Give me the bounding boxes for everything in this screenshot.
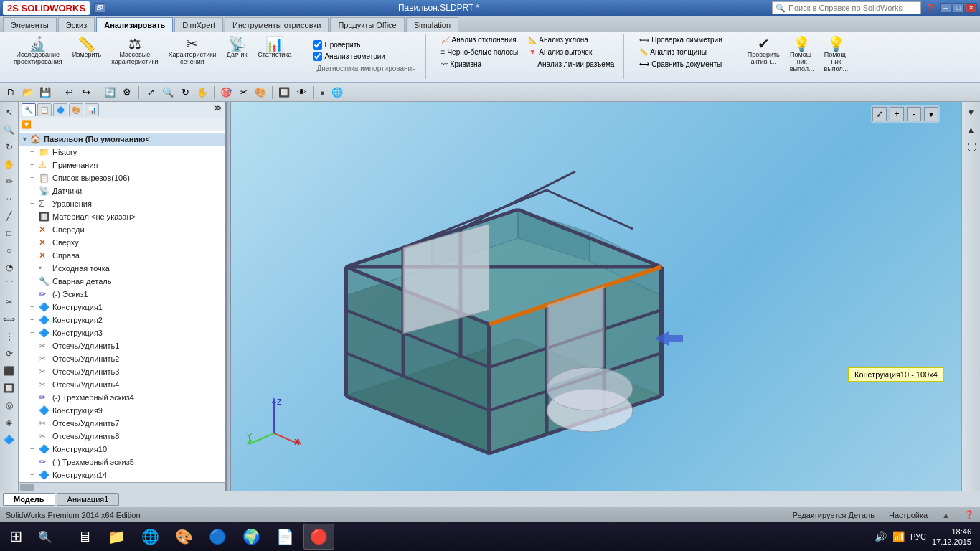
trim2-expand[interactable] <box>30 355 39 362</box>
btn-sensor[interactable]: 📡 Датчик <box>222 34 251 67</box>
lt-rect[interactable]: □ <box>1 225 17 241</box>
lt-trim[interactable]: ✂ <box>1 294 17 310</box>
zoom-out-btn[interactable]: - <box>907 107 921 121</box>
minimize-btn[interactable]: ─ <box>940 3 951 13</box>
constr1-expand[interactable]: + <box>30 303 39 311</box>
check-geometry-input[interactable] <box>313 52 322 61</box>
lt-extrude[interactable]: ⬛ <box>1 363 17 379</box>
trim1-expand[interactable] <box>30 342 39 349</box>
sensors-expand[interactable] <box>30 187 39 194</box>
restore-btn[interactable]: □ <box>953 3 964 13</box>
lt-select[interactable]: ↖ <box>1 105 17 121</box>
btn-check-active[interactable]: ✔ Проверитьактивн... <box>744 34 783 75</box>
root-expand[interactable]: ▼ <box>22 136 30 143</box>
tree-item-origin[interactable]: • Исходная точка <box>19 262 225 275</box>
rp-btn1[interactable]: ▼ <box>963 105 979 121</box>
tree-item-cutlist[interactable]: + 📋 Список вырезов(106) <box>19 171 225 184</box>
zoom-in-btn[interactable]: + <box>890 107 904 121</box>
tb-zoom-fit[interactable]: ⤢ <box>143 85 159 100</box>
check-verify[interactable]: Проверить <box>313 40 360 50</box>
tab-analyze[interactable]: Анализировать <box>96 17 173 32</box>
tree-item-sketch1[interactable]: ✏ (-) Эскиз1 <box>19 288 225 301</box>
help-icon[interactable]: ❓ <box>925 4 936 13</box>
taskbar-files[interactable]: 📁 <box>101 524 132 550</box>
taskbar-paint[interactable]: 🎨 <box>169 524 199 550</box>
tree-expand-btn[interactable]: ≫ <box>214 103 222 116</box>
lt-shell[interactable]: 🔷 <box>1 432 17 448</box>
btn-undercut[interactable]: 🔻 Анализ выточек <box>524 47 618 57</box>
taskbar-explorer[interactable]: 🖥 <box>71 524 98 550</box>
btn-draft[interactable]: 📐 Анализ уклона <box>524 34 618 45</box>
lt-chamfer[interactable]: ◈ <box>1 415 17 430</box>
btn-zebra[interactable]: ≡ Черно-белые полосы <box>438 47 522 57</box>
equations-expand[interactable]: + <box>30 200 39 207</box>
rp-fullscreen[interactable]: ⛶ <box>963 139 979 155</box>
taskbar-ie[interactable]: 🌐 <box>135 524 166 550</box>
tree-item-constr3[interactable]: + 🔷 Конструкция3 <box>19 326 225 339</box>
tree-item-constr10[interactable]: + 🔷 Конструкция10 <box>19 443 225 456</box>
lt-sketch[interactable]: ✏ <box>1 174 17 189</box>
check-geometry[interactable]: Анализ геометрии <box>313 52 385 61</box>
tree-item-3dsketch4[interactable]: ✏ (-) Трехмерный эскиз4 <box>19 391 225 404</box>
tb-save[interactable]: 💾 <box>37 85 53 100</box>
tree-hscrollbar[interactable] <box>19 482 225 491</box>
trim7-expand[interactable] <box>30 420 39 427</box>
tree-item-trim2[interactable]: ✂ Отсечь/Удлинить2 <box>19 352 225 365</box>
weld-expand[interactable] <box>30 278 39 285</box>
lt-offset[interactable]: ⟳ <box>1 346 17 362</box>
tree-item-top[interactable]: ✕ Сверху <box>19 236 225 249</box>
fit-all-btn[interactable]: ⤢ <box>872 107 887 121</box>
tree-item-history[interactable]: + 📁 History <box>19 146 225 159</box>
tb-redo[interactable]: ↪ <box>78 85 94 100</box>
tree-item-right[interactable]: ✕ Справа <box>19 249 225 262</box>
constr3-expand[interactable]: + <box>30 329 39 336</box>
btn-research[interactable]: 🔬 Исследованиепроектирования <box>10 34 66 67</box>
btn-section[interactable]: ✂ Характеристикисечения <box>164 34 220 67</box>
tree-item-material[interactable]: 🔲 Материал <не указан> <box>19 210 225 223</box>
tray-network[interactable]: 📶 <box>892 531 905 542</box>
tb-hide-show[interactable]: 👁 <box>293 85 309 100</box>
close-btn[interactable]: ✕ <box>966 3 977 13</box>
status-help-btn[interactable]: ❓ <box>964 510 974 519</box>
trim4-expand[interactable] <box>30 381 39 388</box>
tree-item-sensors[interactable]: 📡 Датчики <box>19 184 225 197</box>
3dsketch5-expand[interactable] <box>30 458 39 466</box>
lt-line[interactable]: ╱ <box>1 208 17 224</box>
tree-tab-props[interactable]: 📋 <box>37 103 52 116</box>
tb-3d-view[interactable]: 🌐 <box>329 85 345 100</box>
tb-new[interactable]: 🗋 <box>3 85 19 100</box>
btn-deviation[interactable]: 📈 Анализ отклонения <box>438 34 522 45</box>
menu-btn[interactable]: 🗗 <box>94 3 105 13</box>
right-expand[interactable] <box>30 252 39 259</box>
taskbar-solidworks[interactable]: 🔴 <box>303 524 334 550</box>
tb-zoom-area[interactable]: 🔍 <box>160 85 176 100</box>
tree-root[interactable]: ▼ 🏠 Павильон (По умолчанию< <box>19 133 225 146</box>
tree-item-trim3[interactable]: ✂ Отсечь/Удлинить3 <box>19 365 225 378</box>
tab-dimxpert[interactable]: DimXpert <box>174 17 223 32</box>
3dsketch4-expand[interactable] <box>30 394 39 401</box>
tree-tab-display[interactable]: 🎨 <box>69 103 83 116</box>
tree-item-constr14[interactable]: + 🔷 Конструкция14 <box>19 468 225 481</box>
tb-view1[interactable]: 🎯 <box>218 85 234 100</box>
tree-item-trim4[interactable]: ✂ Отсечь/Удлинить4 <box>19 378 225 391</box>
check-verify-input[interactable] <box>313 40 322 50</box>
tb-pan[interactable]: ✋ <box>194 85 210 100</box>
lt-mirror[interactable]: ⟺ <box>1 311 17 327</box>
constr10-expand[interactable]: + <box>30 446 39 453</box>
taskbar-acrobat[interactable]: 📄 <box>270 524 301 550</box>
btn-stats[interactable]: 📊 Статистика <box>254 34 295 67</box>
viewport[interactable]: Конструкция10 - 100x4 Z X Y ⤢ + <box>231 102 961 491</box>
tb-undo[interactable]: ↩ <box>61 85 77 100</box>
search-btn[interactable]: 🔍 <box>32 524 59 550</box>
constr2-expand[interactable]: + <box>30 316 39 324</box>
tb-open[interactable]: 📂 <box>20 85 36 100</box>
tb-appearance[interactable]: 🎨 <box>253 85 268 100</box>
btn-mass[interactable]: ⚖ Массовыехарактеристики <box>108 34 161 67</box>
lt-fillet2[interactable]: ◎ <box>1 397 17 413</box>
btn-symmetry[interactable]: ⟺ Проверка симметрии <box>636 34 725 45</box>
front-expand[interactable] <box>30 226 39 233</box>
tree-item-weld[interactable]: 🔧 Сварная деталь <box>19 275 225 288</box>
origin-expand[interactable] <box>30 265 39 272</box>
tree-tab-motion[interactable]: 📊 <box>85 103 99 116</box>
tree-item-equations[interactable]: + Σ Уравнения <box>19 197 225 210</box>
